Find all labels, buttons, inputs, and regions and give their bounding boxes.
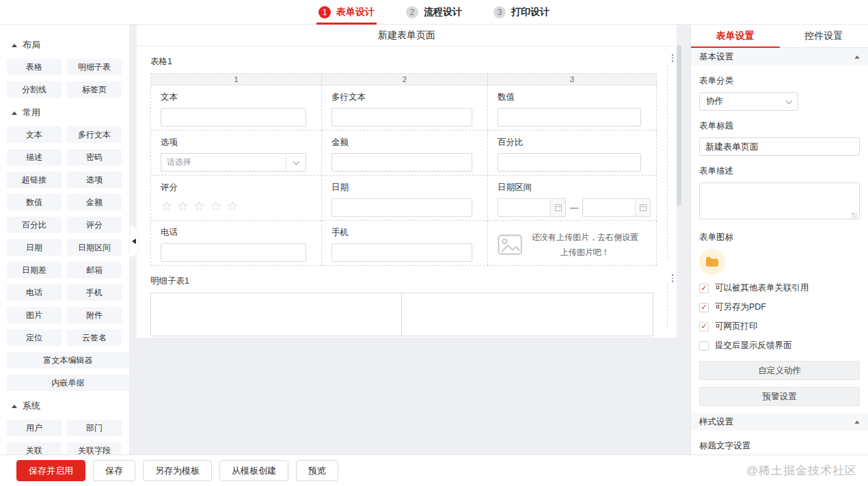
field-cell-date-range[interactable]: 日期区间 — xyxy=(488,176,657,221)
checkbox[interactable] xyxy=(699,341,709,351)
field-cell-amount[interactable]: 金额 xyxy=(322,131,488,176)
checkbox-row-feedback-after-submit[interactable]: 提交后显示反馈界面 xyxy=(699,340,860,351)
form-category-select[interactable]: 协作 xyxy=(699,92,798,111)
options-select[interactable]: 请选择 xyxy=(161,153,306,172)
field-cell-multiline-text[interactable]: 多行文本 xyxy=(322,85,488,131)
style-settings-header[interactable]: 样式设置 xyxy=(691,413,868,431)
component-number[interactable]: 数值 xyxy=(7,194,62,211)
amount-input[interactable] xyxy=(331,153,472,172)
component-date[interactable]: 日期 xyxy=(7,239,62,256)
text-input[interactable] xyxy=(161,108,306,126)
component-hyperlink[interactable]: 超链接 xyxy=(7,172,62,188)
checkbox-row-allow-reference[interactable]: 可以被其他表单关联引用 xyxy=(699,282,860,294)
form-title-input[interactable] xyxy=(699,137,860,156)
date-range-end-input[interactable] xyxy=(583,199,635,216)
custom-action-button[interactable]: 自定义动作 xyxy=(699,361,860,380)
basic-settings-header[interactable]: 基本设置 xyxy=(691,48,868,66)
detail-subtable[interactable] xyxy=(150,293,653,336)
number-input[interactable] xyxy=(498,108,641,126)
rating-stars[interactable]: ☆☆☆☆☆ xyxy=(161,198,306,214)
step-print-design[interactable]: 3 打印设计 xyxy=(493,0,550,25)
column-header[interactable]: 2 xyxy=(322,74,488,85)
design-table: 1 2 3 文本 多行文本 数值 选项 请选择 xyxy=(150,73,656,266)
component-department[interactable]: 部门 xyxy=(67,420,122,436)
section-layout-header[interactable]: 布局 xyxy=(0,30,129,59)
section-system-header[interactable]: 系统 xyxy=(0,391,129,420)
field-cell-number[interactable]: 数值 xyxy=(488,85,657,131)
field-cell-phone[interactable]: 电话 xyxy=(151,221,322,266)
column-header[interactable]: 1 xyxy=(151,74,322,85)
table-block-menu-icon[interactable] xyxy=(670,52,676,64)
component-email[interactable]: 邮箱 xyxy=(67,262,122,278)
component-rich-text-editor[interactable]: 富文本编辑器 xyxy=(7,352,129,368)
save-and-enable-button[interactable]: 保存并启用 xyxy=(16,460,85,481)
calendar-icon[interactable] xyxy=(635,199,650,216)
field-cell-percentage[interactable]: 百分比 xyxy=(488,131,657,176)
component-password[interactable]: 密码 xyxy=(67,149,122,165)
checkbox[interactable] xyxy=(699,303,709,312)
component-phone[interactable]: 电话 xyxy=(7,284,62,301)
step-form-design[interactable]: 1 表单设计 xyxy=(318,0,375,25)
component-associated-field[interactable]: 关联字段 xyxy=(67,442,122,455)
date-range-start-input[interactable] xyxy=(498,199,550,216)
field-cell-text[interactable]: 文本 xyxy=(151,85,322,131)
component-tab-page[interactable]: 标签页 xyxy=(67,81,122,98)
component-text[interactable]: 文本 xyxy=(7,126,62,143)
component-amount[interactable]: 金额 xyxy=(67,194,122,211)
component-options[interactable]: 选项 xyxy=(67,172,122,188)
create-from-template-button[interactable]: 从模板创建 xyxy=(219,460,288,481)
component-percentage[interactable]: 百分比 xyxy=(7,217,62,233)
component-location[interactable]: 定位 xyxy=(7,329,62,346)
component-rating[interactable]: 评分 xyxy=(67,217,122,233)
field-cell-date[interactable]: 日期 xyxy=(322,176,488,221)
component-cloud-signature[interactable]: 云签名 xyxy=(67,329,122,346)
step-flow-design[interactable]: 2 流程设计 xyxy=(406,0,462,25)
step-number-badge: 1 xyxy=(318,6,331,18)
field-cell-image-placeholder[interactable]: 还没有上传图片，去右侧设置上传图片吧！ xyxy=(488,221,657,266)
component-mobile[interactable]: 手机 xyxy=(67,284,122,301)
subtable-block-menu-icon[interactable] xyxy=(670,272,676,284)
component-detail-subtable[interactable]: 明细子表 xyxy=(67,59,122,75)
save-button[interactable]: 保存 xyxy=(93,460,135,481)
form-icon-picker[interactable] xyxy=(699,249,725,275)
component-date-diff[interactable]: 日期差 xyxy=(7,262,62,278)
checkbox-row-save-as-pdf[interactable]: 可另存为PDF xyxy=(699,301,860,313)
date-range-end[interactable] xyxy=(582,198,651,217)
component-attachment[interactable]: 附件 xyxy=(67,307,122,323)
component-image[interactable]: 图片 xyxy=(7,307,62,323)
save-as-template-button[interactable]: 另存为模板 xyxy=(143,460,212,481)
checkbox[interactable] xyxy=(699,284,709,293)
subtable-cell[interactable] xyxy=(402,293,653,336)
section-common-header[interactable]: 常用 xyxy=(0,98,129,126)
tab-form-settings[interactable]: 表单设置 xyxy=(691,25,780,47)
component-table[interactable]: 表格 xyxy=(7,59,62,75)
preview-button[interactable]: 预览 xyxy=(296,460,338,481)
date-input[interactable] xyxy=(331,198,472,217)
checkbox-row-web-print[interactable]: 可网页打印 xyxy=(699,321,860,332)
calendar-icon[interactable] xyxy=(550,199,565,216)
component-user[interactable]: 用户 xyxy=(7,420,62,436)
column-header[interactable]: 3 xyxy=(488,74,657,85)
component-description[interactable]: 描述 xyxy=(7,149,62,165)
form-page[interactable]: 新建表单页面 表格1 1 2 3 文本 多行文本 数值 选项 请选择 xyxy=(137,25,677,338)
component-date-range[interactable]: 日期区间 xyxy=(67,239,122,256)
mobile-input[interactable] xyxy=(331,243,472,262)
sidebar-collapse-handle[interactable] xyxy=(130,225,139,258)
multiline-text-input[interactable] xyxy=(331,108,472,126)
field-cell-mobile[interactable]: 手机 xyxy=(322,221,488,266)
component-association[interactable]: 关联 xyxy=(7,442,62,455)
component-multiline-text[interactable]: 多行文本 xyxy=(67,126,122,143)
form-description-textarea[interactable] xyxy=(699,183,860,219)
percentage-input[interactable] xyxy=(498,153,641,172)
field-cell-rating[interactable]: 评分 ☆☆☆☆☆ xyxy=(151,176,322,221)
component-divider[interactable]: 分割线 xyxy=(7,81,62,98)
field-cell-options[interactable]: 选项 请选择 xyxy=(151,131,322,176)
checkbox[interactable] xyxy=(699,322,709,332)
component-embedded-document[interactable]: 内嵌单据 xyxy=(7,375,129,391)
phone-input[interactable] xyxy=(161,243,306,262)
alert-settings-button[interactable]: 预警设置 xyxy=(699,387,860,406)
date-range-start[interactable] xyxy=(498,198,566,217)
canvas-scrollbar[interactable] xyxy=(677,45,681,206)
subtable-cell[interactable] xyxy=(151,293,402,336)
tab-control-settings[interactable]: 控件设置 xyxy=(780,25,868,47)
